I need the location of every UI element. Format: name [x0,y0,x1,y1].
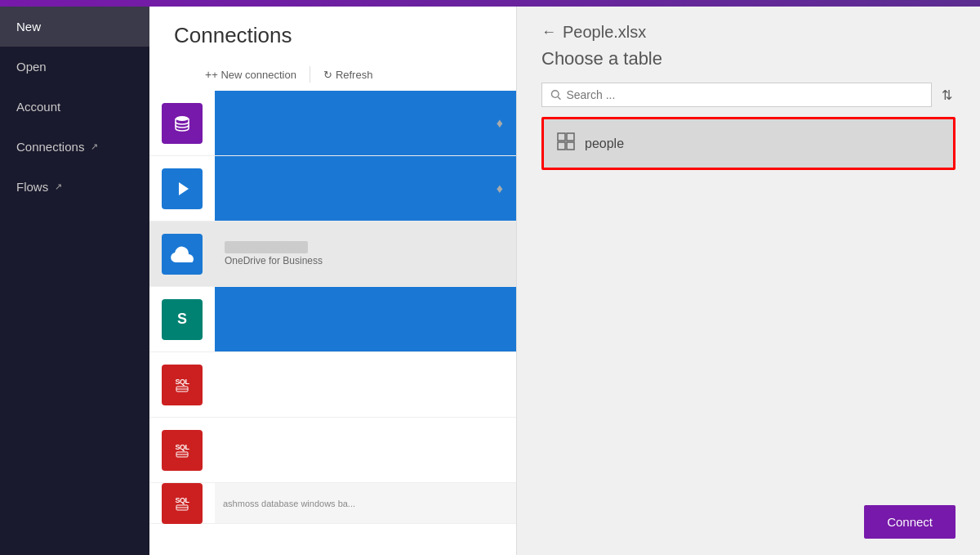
sidebar: New Open Account Connections ↗ Flows ↗ [0,7,149,555]
conn-icon-onedrive [149,222,215,287]
svg-point-0 [176,116,189,121]
connect-button[interactable]: Connect [864,505,956,539]
connections-toolbar: + + New connection ↻ Refresh [149,58,516,91]
sidebar-item-account[interactable]: Account [0,87,149,127]
new-connection-button[interactable]: + + New connection [198,65,303,84]
sidebar-item-new[interactable]: New [0,7,149,47]
search-box[interactable] [541,83,932,107]
connection-item-play[interactable]: ♦ [149,156,516,222]
conn-icon-db [149,91,215,156]
external-link-icon: ↗ [55,181,62,192]
sql-icon: SQL [162,365,203,405]
favorite-icon: ♦ [497,116,503,131]
sidebar-item-flows[interactable]: Flows ↗ [0,167,149,207]
svg-rect-13 [567,142,574,150]
external-link-icon: ↗ [91,141,98,152]
table-item-name: people [585,137,624,151]
database-icon [162,103,203,144]
conn-sub-onedrive: OneDrive for Business [225,255,506,266]
conn-content-sql1 [215,352,516,417]
sort-button[interactable]: ⇅ [938,84,956,106]
plus-icon: + [205,68,212,81]
conn-content-sharepoint [215,287,516,351]
favorite-icon: ♦ [497,181,503,196]
refresh-button[interactable]: ↻ Refresh [317,65,380,84]
conn-content-sql3: ashmoss database windows ba... [215,483,516,523]
search-row: ⇅ [541,83,956,107]
sql-icon: SQL [162,430,203,471]
connection-item-sql1[interactable]: SQL [149,352,516,418]
conn-content-sql2 [215,418,516,482]
connections-panel: Connections + + New connection ↻ Refresh [149,7,517,555]
conn-icon-sql1: SQL [149,352,215,418]
sidebar-item-open[interactable]: Open [0,47,149,87]
conn-icon-sql3: SQL [149,483,215,524]
search-icon [550,89,561,101]
connection-item-db[interactable]: ♦ [149,91,516,156]
connection-item-sql3[interactable]: SQL ashmoss database windows ba... [149,483,516,524]
svg-point-8 [551,91,559,98]
back-arrow-icon: ← [541,24,556,41]
refresh-icon: ↻ [323,69,332,81]
conn-icon-sharepoint: S [149,287,215,352]
svg-line-9 [558,96,560,99]
conn-name-onedrive: dxxxxxxxxoft.com [225,241,506,253]
sort-icon: ⇅ [942,88,952,102]
svg-rect-12 [558,142,565,150]
svg-rect-10 [558,133,565,141]
sidebar-item-connections[interactable]: Connections ↗ [0,127,149,167]
choose-table-heading: Choose a table [541,48,956,69]
svg-marker-1 [179,182,189,195]
conn-icon-sql2: SQL [149,418,215,483]
back-nav[interactable]: ← People.xlsx [541,23,956,42]
table-grid-icon [557,132,575,154]
sql-icon: SQL [162,483,203,524]
conn-info-onedrive: dxxxxxxxxoft.com OneDrive for Business [215,241,516,266]
sharepoint-icon: S [162,299,203,340]
table-item-people[interactable]: people [541,117,956,170]
conn-icon-play [149,156,215,222]
search-input[interactable] [566,88,923,101]
toolbar-separator [310,66,310,83]
connections-title: Connections [149,23,516,58]
connection-item-sharepoint[interactable]: S [149,287,516,352]
cloud-icon [162,234,203,275]
connection-item-sql2[interactable]: SQL [149,418,516,483]
connections-list: ♦ ♦ [149,91,516,555]
file-title: People.xlsx [563,23,646,42]
svg-rect-11 [567,133,574,141]
conn-content-play [215,156,516,221]
right-panel: ← People.xlsx Choose a table ⇅ [517,7,980,555]
connection-item-onedrive[interactable]: dxxxxxxxxoft.com OneDrive for Business [149,222,516,287]
conn-content-db [215,91,516,155]
play-icon [162,168,203,209]
